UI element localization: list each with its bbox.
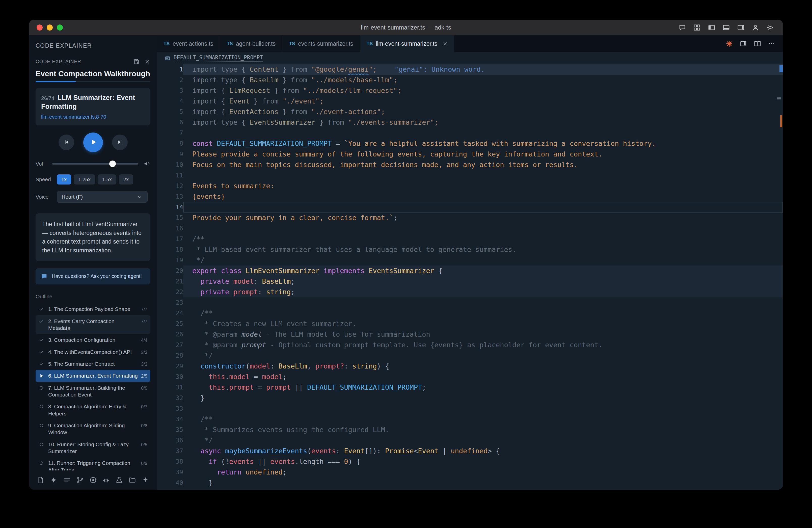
- bug-icon[interactable]: [102, 476, 110, 484]
- next-step-button[interactable]: [112, 134, 128, 150]
- code-line-content[interactable]: {events}: [183, 191, 783, 202]
- volume-slider[interactable]: [52, 163, 138, 165]
- tab-events-summarizer.ts[interactable]: TSevents-summarizer.ts: [282, 35, 360, 52]
- github-icon[interactable]: [89, 476, 97, 484]
- code-line-content[interactable]: [183, 170, 783, 181]
- code-area[interactable]: 1import type { Content } from "@google/g…: [157, 64, 783, 490]
- code-line-content[interactable]: this.model = model;: [183, 372, 783, 382]
- voice-select[interactable]: Heart (F): [57, 191, 148, 203]
- ask-agent-banner[interactable]: Have questions? Ask your coding agent!: [35, 268, 150, 284]
- panel-bottom-icon[interactable]: [722, 24, 730, 31]
- code-line-content[interactable]: /**: [183, 414, 783, 425]
- code-line-content[interactable]: import { LlmRequest } from "../models/ll…: [183, 85, 783, 96]
- tab-event-actions.ts[interactable]: TSevent-actions.ts: [157, 35, 220, 52]
- flash-icon[interactable]: [50, 476, 58, 484]
- code-line-content[interactable]: async maybeSummarizeEvents(events: Event…: [183, 446, 783, 456]
- code-line-content[interactable]: }: [183, 477, 783, 488]
- grid-icon[interactable]: [693, 24, 701, 31]
- outline-item[interactable]: 6. LLM Summarizer: Event Formatting2/9: [35, 370, 150, 382]
- volume-icon[interactable]: [143, 160, 150, 167]
- previous-step-button[interactable]: [59, 134, 74, 150]
- tab-close-icon[interactable]: [443, 41, 448, 46]
- account-icon[interactable]: [752, 24, 759, 31]
- outline-item[interactable]: 10. Runner: Storing Config & Lazy Summar…: [35, 438, 150, 457]
- breadcrumb[interactable]: DEFAULT_SUMMARIZATION_PROMPT: [157, 52, 783, 64]
- code-line-content[interactable]: * @param prompt - Optional custom prompt…: [183, 340, 783, 350]
- outline-item-count: 3/3: [141, 360, 147, 367]
- outline-item[interactable]: 2. Events Carry Compaction Metadata7/7: [35, 315, 150, 334]
- code-line-content[interactable]: Provide your summary in a clear, concise…: [183, 213, 783, 223]
- save-icon[interactable]: [133, 58, 140, 65]
- volume-slider-thumb[interactable]: [109, 160, 116, 167]
- code-line-content[interactable]: */: [183, 255, 783, 266]
- code-line-content[interactable]: if (!events || events.length === 0) {: [183, 456, 783, 467]
- code-line-content[interactable]: import { Event } from "./event";: [183, 96, 783, 106]
- outline-item[interactable]: 3. Compaction Configuration4/4: [35, 334, 150, 346]
- folder-icon[interactable]: [128, 476, 136, 484]
- starburst-icon[interactable]: [725, 40, 733, 47]
- speed-1x-button[interactable]: 1x: [57, 174, 71, 185]
- gear-icon[interactable]: [766, 24, 774, 31]
- code-line-content[interactable]: */: [183, 350, 783, 361]
- outline-item[interactable]: 5. The Summarizer Contract3/3: [35, 358, 150, 370]
- tab-agent-builder.ts[interactable]: TSagent-builder.ts: [220, 35, 282, 52]
- code-line-content[interactable]: const DEFAULT_SUMMARIZATION_PROMPT = `Yo…: [183, 138, 783, 149]
- play-button[interactable]: [83, 132, 103, 152]
- close-button[interactable]: [37, 25, 43, 30]
- code-line-content[interactable]: return undefined;: [183, 467, 783, 477]
- close-panel-icon[interactable]: [144, 58, 150, 65]
- outline-item[interactable]: 7. LLM Summarizer: Building the Compacti…: [35, 382, 150, 401]
- minimize-button[interactable]: [47, 25, 53, 30]
- outline-item[interactable]: 9. Compaction Algorithm: Sliding Window0…: [35, 419, 150, 438]
- code-line-content[interactable]: [183, 223, 783, 234]
- layout-icon[interactable]: [740, 40, 747, 47]
- code-line-content[interactable]: * @param model - The LLM model to use fo…: [183, 329, 783, 340]
- code-line-content[interactable]: */: [183, 435, 783, 446]
- code-line-content[interactable]: import type { BaseLlm } from "../models/…: [183, 75, 783, 85]
- list-icon[interactable]: [63, 476, 71, 484]
- comment-icon[interactable]: [679, 24, 686, 31]
- code-line-content[interactable]: [183, 128, 783, 138]
- code-line-content[interactable]: private model: BaseLlm;: [183, 276, 783, 287]
- panel-left-icon[interactable]: [708, 24, 715, 31]
- code-line-content[interactable]: * Creates a new LLM event summarizer.: [183, 318, 783, 329]
- code-line-content[interactable]: Please provide a concise summary of the …: [183, 149, 783, 159]
- panel-right-icon[interactable]: [737, 24, 745, 31]
- code-line-content[interactable]: import type { EventsSummarizer } from ".…: [183, 117, 783, 128]
- speed-1.5x-button[interactable]: 1.5x: [98, 174, 116, 185]
- code-line-content[interactable]: /**: [183, 234, 783, 244]
- code-line-content[interactable]: export class LlmEventSummarizer implemen…: [183, 266, 783, 276]
- code-line-content[interactable]: import type { Content } from "@google/ge…: [183, 64, 783, 75]
- code-line-content[interactable]: private prompt: string;: [183, 287, 783, 297]
- zoom-button[interactable]: [57, 25, 63, 30]
- breadcrumb-symbol-name[interactable]: DEFAULT_SUMMARIZATION_PROMPT: [174, 55, 263, 61]
- code-line-content[interactable]: [183, 202, 783, 213]
- outline-item[interactable]: 11. Runner: Triggering Compaction After …: [35, 457, 150, 470]
- code-line-content[interactable]: Focus on the main topics discussed, impo…: [183, 159, 783, 170]
- code-line-content[interactable]: * Summarizes events using the configured…: [183, 425, 783, 435]
- step-location-link[interactable]: llm-event-summarizer.ts:8-70: [41, 114, 145, 120]
- beaker-icon[interactable]: [115, 476, 123, 484]
- code-line-content[interactable]: this.prompt = prompt || DEFAULT_SUMMARIZ…: [183, 382, 783, 393]
- outline-item[interactable]: 1. The Compaction Payload Shape7/7: [35, 303, 150, 315]
- outline-item[interactable]: 8. Compaction Algorithm: Entry & Helpers…: [35, 401, 150, 419]
- code-line-content[interactable]: Events to summarize:: [183, 181, 783, 191]
- git-branch-icon[interactable]: [76, 476, 84, 484]
- code-line-content[interactable]: }: [183, 393, 783, 403]
- file-icon[interactable]: [37, 476, 45, 484]
- speed-1.25x-button[interactable]: 1.25x: [74, 174, 95, 185]
- sparkle-icon[interactable]: [141, 476, 149, 484]
- code-line-content[interactable]: [183, 403, 783, 414]
- code-line-content[interactable]: /**: [183, 308, 783, 318]
- code-line-content[interactable]: [183, 297, 783, 308]
- more-icon[interactable]: [768, 40, 775, 47]
- code-line-content[interactable]: import { EventActions } from "./event-ac…: [183, 106, 783, 117]
- titlebar: llm-event-summarizer.ts — adk-ts: [29, 20, 783, 35]
- outline-item[interactable]: 4. The withEventsCompaction() API3/3: [35, 346, 150, 358]
- code-line: 37 async maybeSummarizeEvents(events: Ev…: [157, 446, 783, 456]
- code-line-content[interactable]: constructor(model: BaseLlm, prompt?: str…: [183, 361, 783, 372]
- split-editor-icon[interactable]: [754, 40, 761, 47]
- speed-2x-button[interactable]: 2x: [119, 174, 133, 185]
- tab-llm-event-summarizer.ts[interactable]: TSllm-event-summarizer.ts: [360, 35, 455, 52]
- code-line-content[interactable]: * LLM-based event summarizer that uses a…: [183, 244, 783, 255]
